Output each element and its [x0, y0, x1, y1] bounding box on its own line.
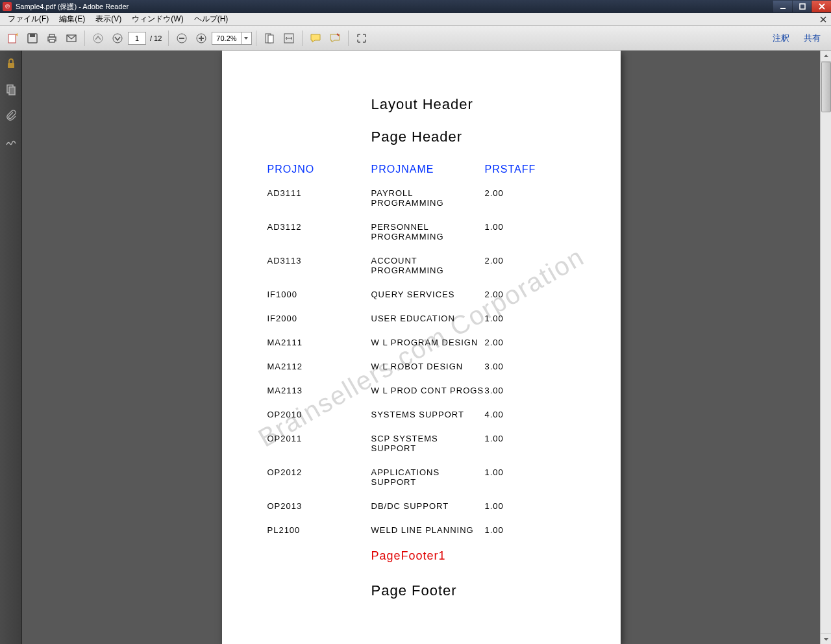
- cell-c2: WELD LINE PLANNING: [371, 525, 485, 535]
- pdf-page: Brainsellers.com Corporation Layout Head…: [222, 51, 621, 644]
- cell-c2: W L PROGRAM DESIGN: [371, 338, 485, 347]
- table-row: OP2013DB/DC SUPPORT1.00: [267, 501, 575, 511]
- zoom-in-button[interactable]: [192, 29, 210, 47]
- chevron-down-icon: [241, 32, 251, 44]
- close-button[interactable]: [812, 1, 831, 12]
- cell-c3: 1.00: [485, 525, 504, 535]
- table-row: OP2011SCP SYSTEMS SUPPORT1.00: [267, 434, 575, 453]
- signatures-icon[interactable]: [3, 134, 19, 149]
- svg-rect-0: [780, 8, 786, 9]
- share-link[interactable]: 共有: [797, 31, 827, 45]
- toolbar: / 12 70.2% 注釈 共有: [0, 26, 831, 51]
- cell-c1: PL2100: [267, 525, 371, 535]
- menu-view[interactable]: 表示(V): [90, 13, 127, 25]
- cell-c2: APPLICATIONS SUPPORT: [371, 467, 485, 487]
- toolbar-separator: [348, 31, 349, 46]
- table-row: MA2113W L PROD CONT PROGS3.00: [267, 386, 575, 395]
- page-down-button[interactable]: [108, 29, 127, 47]
- table-row: OP2010SYSTEMS SUPPORT4.00: [267, 410, 575, 419]
- window-controls: [773, 1, 831, 12]
- cell-c1: AD3113: [267, 256, 371, 275]
- menu-edit[interactable]: 編集(E): [54, 13, 90, 25]
- cell-c2: ACCOUNT PROGRAMMING: [371, 256, 485, 275]
- svg-rect-19: [8, 63, 14, 68]
- cell-c2: PERSONNEL PROGRAMMING: [371, 222, 485, 242]
- cell-c1: OP2013: [267, 501, 371, 511]
- toolbar-separator: [302, 31, 303, 46]
- table-row: IF1000QUERY SERVICES2.00: [267, 290, 575, 299]
- page-footer-1: PageFooter1: [371, 549, 575, 563]
- cell-c3: 2.00: [485, 256, 504, 275]
- scroll-thumb[interactable]: [821, 62, 831, 112]
- svg-rect-12: [179, 38, 184, 39]
- zoom-value: 70.2%: [212, 34, 240, 42]
- table-header-row: PROJNO PROJNAME PRSTAFF: [267, 164, 575, 175]
- cell-c1: OP2010: [267, 410, 371, 419]
- cell-c1: AD3112: [267, 222, 371, 242]
- sidebar: [0, 51, 22, 644]
- cell-c2: SYSTEMS SUPPORT: [371, 410, 485, 419]
- scroll-up-button[interactable]: [821, 51, 831, 62]
- svg-rect-7: [49, 40, 55, 42]
- document-viewport[interactable]: Brainsellers.com Corporation Layout Head…: [22, 51, 820, 644]
- print-button[interactable]: [43, 29, 61, 47]
- cell-c1: MA2111: [267, 338, 371, 347]
- cell-c3: 2.00: [485, 188, 504, 208]
- cell-c2: QUERY SERVICES: [371, 290, 485, 299]
- fit-width-button[interactable]: [280, 29, 298, 47]
- col-projno: PROJNO: [267, 164, 371, 175]
- menu-help[interactable]: ヘルプ(H): [189, 13, 234, 25]
- cell-c3: 4.00: [485, 410, 504, 419]
- cell-c2: SCP SYSTEMS SUPPORT: [371, 434, 485, 453]
- zoom-out-button[interactable]: [173, 29, 191, 47]
- zoom-select[interactable]: 70.2%: [212, 32, 251, 45]
- export-pdf-button[interactable]: [4, 29, 22, 47]
- cell-c3: 1.00: [485, 434, 504, 453]
- table-row: MA2112W L ROBOT DESIGN3.00: [267, 362, 575, 371]
- menu-file[interactable]: ファイル(F): [3, 13, 54, 25]
- page-header: Page Header: [371, 129, 575, 145]
- cell-c3: 3.00: [485, 386, 504, 395]
- menubar-close-button[interactable]: [818, 14, 828, 25]
- svg-point-9: [93, 34, 103, 43]
- lock-icon[interactable]: [3, 56, 19, 71]
- svg-rect-15: [201, 36, 202, 41]
- cell-c1: IF1000: [267, 290, 371, 299]
- comment-button[interactable]: [306, 29, 325, 47]
- cell-c1: OP2012: [267, 467, 371, 487]
- save-button[interactable]: [23, 29, 42, 47]
- table-row: PL2100WELD LINE PLANNING1.00: [267, 525, 575, 535]
- cell-c1: MA2113: [267, 386, 371, 395]
- cell-c1: OP2011: [267, 434, 371, 453]
- svg-rect-2: [8, 34, 16, 43]
- main-area: Brainsellers.com Corporation Layout Head…: [0, 51, 831, 644]
- menu-window[interactable]: ウィンドウ(W): [127, 13, 188, 25]
- thumbnails-icon[interactable]: [3, 82, 19, 97]
- maximize-button[interactable]: [792, 1, 812, 12]
- svg-point-10: [113, 34, 122, 43]
- cell-c3: 1.00: [485, 501, 504, 511]
- window-title: Sample4.pdf (保護) - Adobe Reader: [16, 2, 129, 12]
- cell-c3: 1.00: [485, 222, 504, 242]
- cell-c3: 3.00: [485, 362, 504, 371]
- cell-c1: IF2000: [267, 314, 371, 323]
- titlebar: ℗ Sample4.pdf (保護) - Adobe Reader: [0, 0, 831, 13]
- vertical-scrollbar[interactable]: [820, 51, 831, 644]
- table-row: AD3111PAYROLL PROGRAMMING2.00: [267, 188, 575, 208]
- highlight-button[interactable]: [326, 29, 344, 47]
- svg-rect-17: [268, 35, 273, 43]
- toolbar-separator: [256, 31, 256, 46]
- fit-page-button[interactable]: [260, 29, 279, 47]
- page-footer: Page Footer: [371, 582, 575, 599]
- annotate-link[interactable]: 注釈: [766, 31, 796, 45]
- scroll-down-button[interactable]: [821, 633, 831, 644]
- read-mode-button[interactable]: [353, 29, 371, 47]
- page-number-input[interactable]: [128, 32, 146, 45]
- svg-rect-21: [9, 87, 15, 95]
- minimize-button[interactable]: [773, 1, 792, 12]
- cell-c2: DB/DC SUPPORT: [371, 501, 485, 511]
- page-up-button[interactable]: [89, 29, 107, 47]
- email-button[interactable]: [62, 29, 81, 47]
- col-projname: PROJNAME: [371, 164, 485, 175]
- attachments-icon[interactable]: [3, 108, 19, 123]
